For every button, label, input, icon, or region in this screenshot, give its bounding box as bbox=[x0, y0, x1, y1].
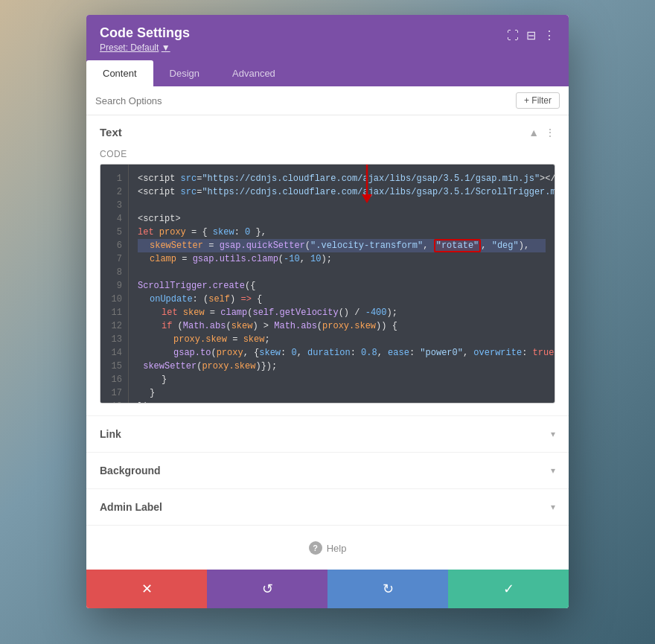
modal-header-left: Code Settings Preset: Default ▼ bbox=[100, 25, 190, 53]
text-section-title: Text bbox=[100, 126, 122, 138]
code-line-11: let skew = clamp(self.getVelocity() / -4… bbox=[138, 306, 546, 319]
help-icon: ? bbox=[309, 541, 322, 555]
code-line-6: skewSetter = gsap.quickSetter(".velocity… bbox=[138, 239, 546, 252]
code-line-7: clamp = gsap.utils.clamp(-10, 10); bbox=[138, 252, 546, 266]
fullscreen-icon[interactable]: ⛶ bbox=[507, 29, 519, 42]
code-line-17: } bbox=[138, 386, 546, 400]
code-editor[interactable]: 1 2 3 4 5 6 7 8 9 10 11 12 13 bbox=[100, 165, 555, 403]
code-line-13: proxy.skew = skew; bbox=[138, 333, 546, 346]
tab-advanced[interactable]: Advanced bbox=[216, 60, 292, 86]
code-line-18: }); bbox=[138, 400, 546, 403]
save-button[interactable]: ✓ bbox=[448, 570, 569, 608]
code-line-3 bbox=[138, 199, 546, 212]
code-line-14: gsap.to(proxy, {skew: 0, duration: 0.8, … bbox=[138, 346, 546, 360]
columns-icon[interactable]: ⊟ bbox=[526, 28, 536, 42]
cancel-button[interactable]: ✕ bbox=[86, 570, 207, 608]
tab-content[interactable]: Content bbox=[86, 60, 153, 86]
code-line-1: <script src="https://cdnjs.cloudflare.co… bbox=[138, 172, 546, 185]
more-icon[interactable]: ⋮ bbox=[543, 28, 555, 42]
code-line-9: ScrollTrigger.create({ bbox=[138, 279, 546, 293]
code-line-10: onUpdate: (self) => { bbox=[138, 293, 546, 306]
modal-body: Text ▲ ⋮ Code 1 2 3 4 bbox=[86, 115, 569, 570]
modal-header: Code Settings Preset: Default ▼ ⛶ ⊟ ⋮ bbox=[86, 15, 569, 60]
link-section-header[interactable]: Link ▾ bbox=[86, 416, 569, 452]
link-section-title: Link bbox=[100, 428, 121, 440]
section-menu-icon[interactable]: ⋮ bbox=[545, 127, 555, 138]
code-line-12: if (Math.abs(skew) > Math.abs(proxy.skew… bbox=[138, 319, 546, 333]
tab-design[interactable]: Design bbox=[153, 60, 216, 86]
undo-button[interactable]: ↺ bbox=[207, 570, 328, 608]
redo-button[interactable]: ↻ bbox=[328, 570, 448, 608]
admin-label-section-header[interactable]: Admin Label ▾ bbox=[86, 489, 569, 525]
text-section: Text ▲ ⋮ Code 1 2 3 4 bbox=[86, 115, 569, 416]
collapse-icon[interactable]: ▲ bbox=[528, 127, 539, 138]
admin-label-chevron-icon: ▾ bbox=[551, 502, 555, 512]
code-line-16: } bbox=[138, 373, 546, 386]
background-section: Background ▾ bbox=[86, 453, 569, 489]
background-section-title: Background bbox=[100, 465, 161, 476]
help-section: ? Help bbox=[86, 526, 569, 570]
modal-overlay: Code Settings Preset: Default ▼ ⛶ ⊟ ⋮ Co… bbox=[0, 0, 655, 644]
code-line-5: let proxy = { skew: 0 }, bbox=[138, 226, 546, 239]
filter-button[interactable]: + Filter bbox=[516, 92, 560, 109]
code-content[interactable]: <script src="https://cdnjs.cloudflare.co… bbox=[129, 165, 555, 403]
modal-preset[interactable]: Preset: Default ▼ bbox=[100, 42, 190, 53]
code-line-2: <script src="https://cdnjs.cloudflare.co… bbox=[138, 185, 546, 199]
code-settings-modal: Code Settings Preset: Default ▼ ⛶ ⊟ ⋮ Co… bbox=[86, 15, 569, 608]
background-section-header[interactable]: Background ▾ bbox=[86, 453, 569, 488]
tab-bar: Content Design Advanced bbox=[86, 60, 569, 86]
background-chevron-icon: ▾ bbox=[551, 465, 555, 476]
search-bar: + Filter bbox=[86, 86, 569, 115]
link-chevron-icon: ▾ bbox=[551, 429, 555, 439]
text-section-header: Text ▲ ⋮ bbox=[86, 115, 569, 149]
admin-label-section: Admin Label ▾ bbox=[86, 489, 569, 526]
rotate-highlight: "rotate" bbox=[434, 239, 482, 252]
text-section-icons: ▲ ⋮ bbox=[528, 127, 555, 138]
link-section: Link ▾ bbox=[86, 416, 569, 453]
code-label: Code bbox=[86, 149, 569, 164]
code-line-15: skewSetter(proxy.skew)}); bbox=[138, 360, 546, 373]
line-numbers: 1 2 3 4 5 6 7 8 9 10 11 12 13 bbox=[100, 165, 129, 403]
code-line-8 bbox=[138, 266, 546, 279]
modal-header-icons: ⛶ ⊟ ⋮ bbox=[507, 28, 555, 42]
modal-title: Code Settings bbox=[100, 25, 190, 41]
code-editor-wrapper: 1 2 3 4 5 6 7 8 9 10 11 12 13 bbox=[100, 164, 555, 404]
code-line-4: <script> bbox=[138, 212, 546, 226]
admin-label-section-title: Admin Label bbox=[100, 501, 162, 513]
help-button[interactable]: ? Help bbox=[309, 541, 347, 555]
help-label: Help bbox=[327, 543, 347, 554]
search-input[interactable] bbox=[95, 95, 516, 106]
modal-footer: ✕ ↺ ↻ ✓ bbox=[86, 570, 569, 608]
